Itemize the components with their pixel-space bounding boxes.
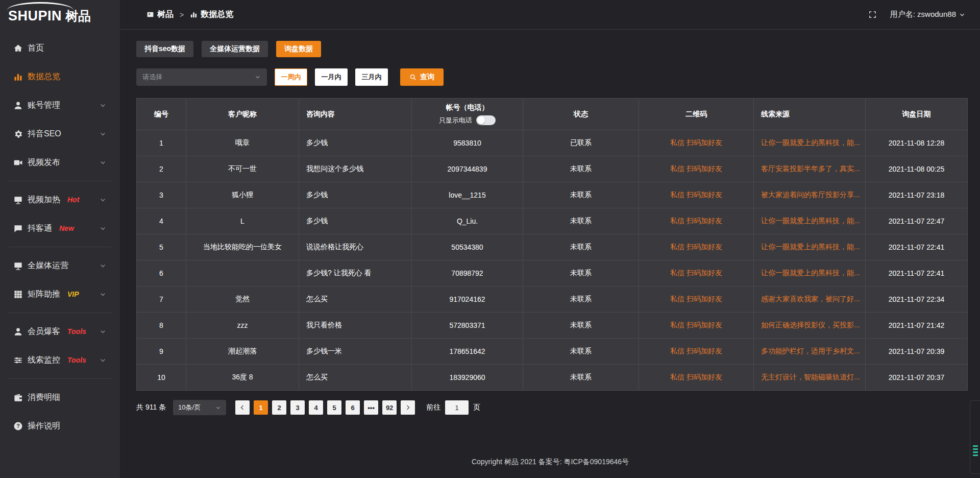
page-button-1[interactable]: 1 [254, 400, 268, 415]
qrcode-link[interactable]: 私信 扫码加好友 [670, 295, 722, 303]
copyright-text: Copyright 树品 2021 备案号: 粤ICP备09019646号 [472, 458, 629, 466]
breadcrumb-item-data-overview[interactable]: 数据总览 [190, 9, 233, 20]
cell-status: 未联系 [523, 208, 639, 234]
range-button-one-month[interactable]: 一月内 [315, 68, 348, 86]
source-link[interactable]: 让你一眼就爱上的黑科技，能... [761, 217, 860, 225]
page-button-5[interactable]: 5 [327, 400, 341, 415]
content: 抖音seo数据全媒体运营数据询盘数据 请选择 一周内一月内三月内 查询 编号客户… [120, 30, 980, 447]
inquiry-table: 编号客户昵称咨询内容帐号（电话）只显示电话状态二维码线索来源询盘日期 1哦章多少… [136, 98, 968, 391]
table-row: 1036度 8怎么买183929060未联系私信 扫码加好友无主灯设计，智能磁吸… [137, 365, 968, 391]
cell-date: 2021-11-07 22:34 [866, 286, 968, 313]
cell-date: 2021-11-07 20:39 [866, 339, 968, 365]
sidebar-item-media-operation[interactable]: 全媒体运营 [0, 251, 120, 280]
search-icon [409, 74, 416, 81]
video-icon [13, 158, 23, 168]
sidebar-item-douyin-seo[interactable]: 抖音SEO [0, 119, 120, 148]
sidebar-item-member-baoke[interactable]: 会员爆客Tools [0, 317, 120, 346]
sidebar-item-video-heating[interactable]: 视频加热Hot [0, 185, 120, 214]
source-link[interactable]: 感谢大家喜欢我家，被问了好... [761, 295, 860, 303]
tab-douyin-seo-data[interactable]: 抖音seo数据 [136, 41, 193, 57]
sidebar-item-badge: VIP [67, 290, 79, 298]
home-icon [13, 43, 23, 53]
cell-number: 2 [137, 156, 186, 182]
sidebar-item-operation-guide[interactable]: ?操作说明 [0, 412, 120, 440]
cell-nickname: 哦章 [186, 130, 299, 156]
page-button-3[interactable]: 3 [290, 400, 305, 415]
user-name-label: 用户名: zswodun88 [890, 10, 956, 19]
breadcrumb-item-shupin[interactable]: 树品 [146, 9, 174, 20]
sidebar-item-matrix-boost[interactable]: 矩阵助推VIP [0, 280, 120, 308]
page-ellipsis-button[interactable]: ••• [364, 400, 378, 415]
qrcode-link[interactable]: 私信 扫码加好友 [670, 269, 722, 277]
account-select[interactable]: 请选择 [136, 68, 267, 86]
sidebar-item-clue-monitor[interactable]: 线索监控Tools [0, 346, 120, 374]
chevron-down-icon [100, 328, 106, 335]
total-count-label: 共 911 条 [136, 403, 166, 412]
sidebar-item-consumption-detail[interactable]: 消费明细 [0, 383, 120, 412]
source-link[interactable]: 多功能护栏灯，适用于乡村文... [761, 347, 860, 355]
page-button-4[interactable]: 4 [309, 400, 323, 415]
goto-label: 前往 [426, 403, 440, 412]
fullscreen-icon[interactable] [868, 10, 877, 19]
range-button-three-months[interactable]: 三月内 [355, 68, 388, 86]
source-link[interactable]: 客厅安装投影半年多了，真实... [761, 164, 860, 173]
date-range-group: 一周内一月内三月内 [267, 68, 388, 86]
qrcode-link[interactable]: 私信 扫码加好友 [670, 347, 722, 355]
floating-widget[interactable] [970, 400, 980, 474]
cell-number: 1 [137, 130, 186, 156]
chevron-down-icon [100, 262, 106, 269]
sidebar-item-home[interactable]: 首页 [0, 34, 120, 62]
goto-page-input[interactable] [445, 400, 469, 415]
range-button-one-week[interactable]: 一周内 [275, 68, 307, 86]
source-link[interactable]: 让你一眼就爱上的黑科技，能... [761, 269, 860, 277]
tab-media-operation-data[interactable]: 全媒体运营数据 [202, 41, 268, 57]
logo-text-en: SHUPIN [8, 9, 62, 23]
query-button[interactable]: 查询 [400, 68, 444, 86]
source-link[interactable]: 让你一眼就爱上的黑科技，能... [761, 138, 860, 147]
sidebar-item-video-publish[interactable]: 视频发布 [0, 148, 120, 177]
page-button-92[interactable]: 92 [382, 400, 397, 415]
qrcode-link[interactable]: 私信 扫码加好友 [670, 190, 722, 199]
page-button-6[interactable]: 6 [346, 400, 360, 415]
cell-number: 8 [137, 313, 186, 339]
sidebar-item-label: 线索监控 [28, 355, 60, 366]
user-icon [13, 327, 23, 337]
qrcode-link[interactable]: 私信 扫码加好友 [670, 164, 722, 173]
source-link[interactable]: 被大家追着问的客厅投影分享... [761, 190, 860, 199]
sidebar: SHUPIN 树品 首页数据总览账号管理抖音SEO视频发布视频加热Hot抖客通N… [0, 0, 120, 478]
user-menu[interactable]: 用户名: zswodun88 [890, 10, 965, 19]
sidebar-divider [8, 247, 112, 247]
sidebar-divider [8, 181, 112, 181]
chevron-down-icon [100, 131, 106, 137]
qrcode-link[interactable]: 私信 扫码加好友 [670, 373, 722, 381]
sidebar-item-data-overview[interactable]: 数据总览 [0, 62, 120, 91]
column-header: 客户昵称 [186, 99, 299, 130]
page-size-select[interactable]: 10条/页 [173, 400, 226, 415]
source-link[interactable]: 如何正确选择投影仪，买投影... [761, 321, 860, 329]
next-page-button[interactable] [401, 400, 415, 415]
sidebar-item-douketong[interactable]: 抖客通New [0, 214, 120, 243]
source-link[interactable]: 无主灯设计，智能磁吸轨道灯... [761, 373, 860, 381]
tab-inquiry-data[interactable]: 询盘数据 [276, 41, 321, 57]
qrcode-link[interactable]: 私信 扫码加好友 [670, 138, 722, 147]
prev-page-button[interactable] [235, 400, 250, 415]
phone-only-toggle[interactable] [476, 115, 496, 125]
cell-content: 怎么买 [299, 286, 412, 313]
cell-status: 未联系 [523, 156, 639, 182]
cell-nickname [186, 260, 299, 286]
column-header: 状态 [523, 99, 639, 130]
qrcode-link[interactable]: 私信 扫码加好友 [670, 321, 722, 329]
page-button-2[interactable]: 2 [272, 400, 286, 415]
cell-status: 未联系 [523, 286, 639, 313]
qrcode-link[interactable]: 私信 扫码加好友 [670, 217, 722, 225]
cell-account: love__1215 [412, 182, 523, 208]
sidebar-item-label: 数据总览 [28, 71, 60, 82]
cell-content: 怎么买 [299, 365, 412, 391]
source-link[interactable]: 让你一眼就爱上的黑科技，能... [761, 243, 860, 251]
query-button-label: 查询 [420, 73, 434, 82]
bar-chart-icon [13, 72, 23, 82]
column-header: 询盘日期 [866, 99, 968, 130]
qrcode-link[interactable]: 私信 扫码加好友 [670, 243, 722, 251]
table-row: 5当地比较能吃的一位美女说说价格让我死心50534380未联系私信 扫码加好友让… [137, 234, 968, 260]
sidebar-item-account-management[interactable]: 账号管理 [0, 91, 120, 119]
